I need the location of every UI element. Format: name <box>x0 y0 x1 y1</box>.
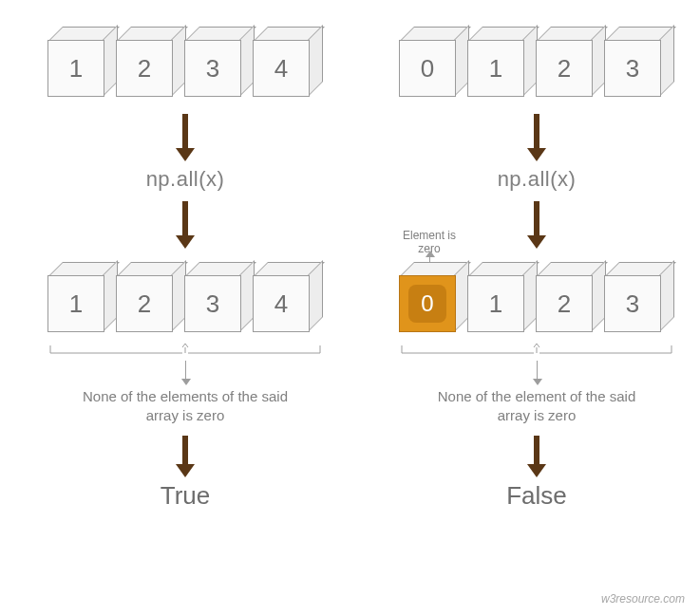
cell-value: 3 <box>184 275 241 332</box>
cell-value: 2 <box>536 40 593 97</box>
array-cell: 3 <box>604 40 667 95</box>
array-cell: 3 <box>184 275 247 330</box>
left-output-array: 1 2 3 4 <box>47 254 323 340</box>
array-cell: 0 <box>399 40 462 95</box>
function-label: np.all(x) <box>380 167 693 192</box>
cell-value: 3 <box>604 40 661 97</box>
caption-text: None of the element of the said array is… <box>427 387 646 426</box>
left-column: 1 2 3 4 np.all(x) 1 <box>28 19 342 511</box>
credit-text: w3resource.com <box>601 592 685 606</box>
brace-icon <box>47 344 323 361</box>
cell-value: 1 <box>467 275 524 332</box>
right-input-array: 0 1 2 3 <box>399 19 674 104</box>
diagram-stage: 1 2 3 4 np.all(x) 1 <box>0 0 700 615</box>
cell-value: 0 <box>408 285 446 323</box>
cell-value: 3 <box>604 275 661 332</box>
arrow-down-icon <box>534 201 539 249</box>
array-cell: 1 <box>47 40 110 95</box>
cell-value: 1 <box>467 40 524 97</box>
array-cell: 3 <box>604 275 667 330</box>
right-output-array: Element is zero 0 1 2 3 <box>399 254 674 340</box>
arrow-down-icon <box>534 114 539 161</box>
brace-icon <box>399 344 674 361</box>
array-cell: 2 <box>536 40 598 95</box>
arrow-down-icon <box>182 114 188 161</box>
result-text: True <box>28 481 342 511</box>
result-text: False <box>380 481 693 511</box>
cell-value: 4 <box>253 40 310 97</box>
cell-value: 2 <box>116 275 173 332</box>
arrow-down-icon <box>534 436 539 477</box>
cell-value: 1 <box>47 275 104 332</box>
connector-down-icon <box>185 361 186 380</box>
array-cell: 2 <box>116 275 179 330</box>
cell-value: 0 <box>399 40 456 97</box>
array-cell-zero: Element is zero 0 <box>399 275 462 330</box>
array-cell: 3 <box>184 40 247 95</box>
array-cell: 2 <box>536 275 598 330</box>
arrow-down-icon <box>182 436 188 477</box>
array-cell: 1 <box>467 275 530 330</box>
array-cell: 1 <box>467 40 530 95</box>
array-cell: 4 <box>253 40 315 95</box>
cell-value: 4 <box>253 275 310 332</box>
function-label: np.all(x) <box>28 167 342 192</box>
cell-value: 3 <box>184 40 241 97</box>
connector-down-icon <box>537 361 538 380</box>
right-column: 0 1 2 3 np.all(x) Element is <box>380 19 693 511</box>
cell-value: 1 <box>47 40 104 97</box>
array-cell: 4 <box>253 275 315 330</box>
arrow-down-icon <box>182 201 188 249</box>
left-input-array: 1 2 3 4 <box>47 19 323 104</box>
array-cell: 2 <box>116 40 179 95</box>
array-cell: 1 <box>47 275 110 330</box>
zero-note-line: Element is <box>399 230 460 243</box>
caption-text: None of the elements of the said array i… <box>76 387 294 426</box>
cell-value: 2 <box>536 275 593 332</box>
cell-value: 2 <box>116 40 173 97</box>
